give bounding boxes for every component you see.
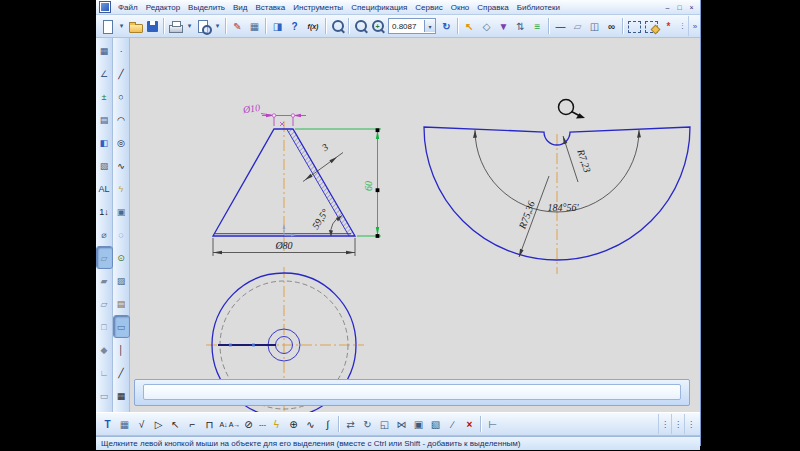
menu-editor[interactable]: Редактор <box>142 3 184 12</box>
mirror-button[interactable]: ⋈ <box>393 416 410 433</box>
panel-al-button[interactable]: AL <box>97 178 112 199</box>
panel-surface-button[interactable]: ▱ <box>97 293 112 314</box>
close-button[interactable]: × <box>687 4 696 11</box>
axis-line-button[interactable]: --- <box>257 416 268 433</box>
new-document-button[interactable] <box>99 18 116 35</box>
panel-grid-button[interactable]: ▦ <box>97 40 112 61</box>
tool-image-button[interactable]: ▤ <box>114 293 129 314</box>
dimension-bottom-diameter[interactable]: Ø80 <box>213 238 355 256</box>
diameter-mark-button[interactable]: ⊘ <box>240 416 257 433</box>
panel-sheet-button[interactable]: ◆ <box>97 339 112 360</box>
variables-button[interactable]: ◨ <box>269 18 286 35</box>
layers-button[interactable]: ▱ <box>569 18 586 35</box>
development-view[interactable]: 184°56' R75,36 R7,23 <box>424 100 690 275</box>
delete-fragment-button[interactable]: × <box>461 416 478 433</box>
grip-cross[interactable] <box>280 122 284 126</box>
table-tool-button[interactable]: ▦ <box>116 416 133 433</box>
tool-aux-line-button[interactable]: ╱ <box>114 63 129 84</box>
format-brush-button[interactable]: ✎ <box>229 18 246 35</box>
panel-measure-button[interactable]: ∠ <box>97 63 112 84</box>
drawing-sheet[interactable]: Ø80 60 <box>130 38 700 412</box>
grip-handle[interactable] <box>376 234 380 238</box>
svg-text:60[interactable]: 60 <box>363 181 374 191</box>
align-button[interactable]: ⊢ <box>484 416 501 433</box>
tool-clock-button[interactable]: ⊙ <box>114 247 129 268</box>
menu-view[interactable]: Вид <box>229 3 251 12</box>
wavy-line-button[interactable]: ∿ <box>302 416 319 433</box>
panel-table-button[interactable]: ▤ <box>97 109 112 130</box>
local-section-button[interactable]: ◫ <box>586 18 603 35</box>
marker-select-button[interactable]: ▼ <box>495 18 512 35</box>
svg-text:R7,23[interactable]: R7,23 <box>575 147 593 174</box>
panel-box-button[interactable]: □ <box>97 316 112 337</box>
grip-point[interactable] <box>272 114 275 117</box>
drawing-canvas[interactable]: Ø80 60 <box>130 38 700 412</box>
tool-circle-button[interactable]: ○ <box>114 86 129 107</box>
toolbar-overflow-button[interactable]: » <box>688 16 701 36</box>
edit-macro-button[interactable] <box>643 18 660 35</box>
menu-libraries[interactable]: Библиотеки <box>513 3 564 12</box>
spreadsheet-button[interactable]: ▦ <box>246 18 263 35</box>
tool-arc-button[interactable]: ◠ <box>114 109 129 130</box>
deform-button[interactable]: ▧ <box>427 416 444 433</box>
panel-plus-minus-button[interactable]: ± <box>97 86 112 107</box>
help-wizard-button[interactable]: ? <box>286 18 303 35</box>
edit-spline-button[interactable]: * <box>660 18 677 35</box>
property-bar-field[interactable] <box>143 384 681 400</box>
preview-dropdown[interactable]: ▾ <box>212 18 223 35</box>
menu-select[interactable]: Выделить <box>184 3 229 12</box>
line-style-button[interactable]: — <box>552 18 569 35</box>
datum-button[interactable]: ▷ <box>150 416 167 433</box>
menu-tools[interactable]: Инструменты <box>289 3 347 12</box>
grip-handle[interactable] <box>376 188 380 192</box>
tool-grid-button[interactable]: ▦ <box>114 385 129 406</box>
toolbar-more-button[interactable]: ⋮ <box>677 18 688 35</box>
minimize-button[interactable]: – <box>663 4 672 11</box>
svg-text:Ø80[interactable]: Ø80 <box>274 240 292 251</box>
panel-body-button[interactable]: ▭ <box>97 385 112 406</box>
zoom-out-button[interactable] <box>352 18 369 35</box>
tool-curve-button[interactable]: ∿ <box>114 155 129 176</box>
position-button[interactable]: ⌐ <box>184 416 201 433</box>
menu-window[interactable]: Окно <box>447 3 474 12</box>
panel-fragment-button[interactable]: ▧ <box>97 155 112 176</box>
roughness-button[interactable]: √ <box>133 416 150 433</box>
grip-handle[interactable] <box>376 128 380 132</box>
rotation-symbol[interactable] <box>559 100 586 119</box>
selection-frame-button[interactable] <box>626 18 643 35</box>
zoom-scale-combo[interactable]: 0.8087 ▾ <box>388 18 436 34</box>
tool-point-button[interactable]: ∙ <box>114 40 129 61</box>
break-line-button[interactable]: ∫ <box>319 416 336 433</box>
menu-service[interactable]: Сервис <box>411 3 446 12</box>
rotate-button[interactable]: ↻ <box>359 416 376 433</box>
panel-diameter-button[interactable]: ⌀ <box>97 224 112 245</box>
tool-stamp-button[interactable]: ▣ <box>114 201 129 222</box>
zoom-combo-dropdown[interactable]: ▾ <box>424 20 435 32</box>
menu-insert[interactable]: Вставка <box>252 3 290 12</box>
panel-numbered-list-button[interactable]: 1↓ <box>97 201 112 222</box>
panel-corner-button[interactable]: ∟ <box>97 362 112 383</box>
grip-point[interactable] <box>229 344 232 347</box>
panel-plane-button[interactable]: ▱ <box>97 247 112 268</box>
tool-frame-button[interactable]: ▭ <box>114 316 129 337</box>
svg-text:184°56'[interactable]: 184°56' <box>547 202 579 213</box>
dimension-outer-radius[interactable]: R75,36 <box>516 176 549 257</box>
tolerance-frame-button[interactable]: ⊓ <box>201 416 218 433</box>
invert-select-button[interactable]: ⇅ <box>512 18 529 35</box>
refresh-image-button[interactable]: ↻ <box>438 18 455 35</box>
svg-text:3[interactable]: 3 <box>319 141 330 153</box>
new-document-dropdown[interactable]: ▾ <box>116 18 127 35</box>
dimension-inner-radius[interactable]: R7,23 <box>563 136 593 182</box>
scale-button[interactable]: ◱ <box>376 416 393 433</box>
menu-help[interactable]: Справка <box>473 3 512 12</box>
save-button[interactable] <box>144 18 161 35</box>
panel-view-button[interactable]: ◧ <box>97 132 112 153</box>
svg-text:R75,36[interactable]: R75,36 <box>516 199 536 231</box>
copy-button[interactable]: ▣ <box>410 416 427 433</box>
tool-hatch-button[interactable]: ▨ <box>114 270 129 291</box>
svg-text:Ø10[interactable]: Ø10 <box>241 102 261 115</box>
center-mark-button[interactable]: ⊕ <box>285 416 302 433</box>
grip-point[interactable] <box>291 114 294 117</box>
front-view[interactable]: Ø80 60 <box>213 102 381 256</box>
selection-pointer-button[interactable]: ↖ <box>461 18 478 35</box>
